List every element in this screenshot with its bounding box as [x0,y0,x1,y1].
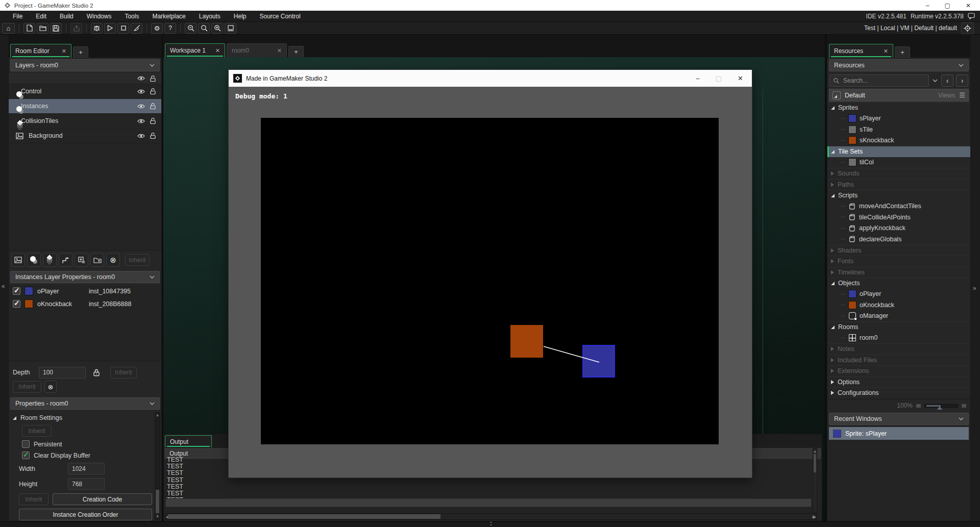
save-project-icon[interactable] [50,23,62,34]
collapsed-icon[interactable] [831,270,834,274]
tree-item-declareglobals[interactable]: declareGlobals [827,234,970,245]
expanded-icon[interactable] [831,325,835,329]
eye-icon[interactable] [137,76,145,81]
tree-item-configurations[interactable]: Configurations [827,387,970,398]
search-box[interactable] [829,74,929,87]
collapsed-icon[interactable] [831,358,834,362]
resources-dropdown[interactable]: Resources [829,59,969,71]
collapsed-icon[interactable] [831,391,834,395]
depth-input[interactable] [39,367,86,379]
tree-item-objects[interactable]: Objects [827,278,970,289]
instance-creation-order-button[interactable]: Instance Creation Order [19,509,152,520]
views-menu-icon[interactable]: ☰ [959,91,965,99]
instance-row-oplayer[interactable]: oPlayerinst_10847395 [9,285,161,297]
instances-layer-properties-header[interactable]: Instances Layer Properties - room0 [10,271,160,283]
room-inherit-button[interactable]: Inherit [22,425,52,437]
creation-inherit-button[interactable]: Inherit [19,493,48,505]
run-icon[interactable] [104,23,116,34]
tree-item-tilecollideatpoints[interactable]: tileCollideAtPoints [827,212,970,223]
tab-room-editor[interactable]: Room Editor ✕ [10,44,71,58]
tree-item-stile[interactable]: sTile [827,124,970,135]
settings-gear-icon[interactable]: ⚙ [151,23,163,34]
search-next-icon[interactable]: › [956,74,968,87]
menu-build[interactable]: Build [53,12,80,21]
feedback-bubble-icon[interactable] [968,13,975,19]
room-height-input[interactable] [68,478,105,490]
search-input[interactable] [842,77,925,85]
lock-icon[interactable] [150,75,156,82]
layers-dropdown[interactable]: Layers - room0 [10,59,160,71]
add-image-layer-icon[interactable] [11,253,25,267]
tree-item-rooms[interactable]: Rooms [827,321,970,333]
tree-item-sprites[interactable]: Sprites [827,102,970,113]
layer-row-background[interactable]: Background [9,129,161,143]
clear-icon[interactable]: ⊗ [44,381,57,393]
menu-help[interactable]: Help [227,12,253,21]
expanded-icon[interactable] [831,282,835,285]
collapsed-icon[interactable] [831,369,834,373]
collapsed-icon[interactable] [831,259,834,263]
close-tab-icon[interactable]: ✕ [62,48,66,55]
add-tab-button[interactable]: + [73,46,88,58]
add-workspace-button[interactable]: + [288,46,304,57]
properties-scrollbar[interactable]: ▲▼ [155,412,160,520]
eye-icon[interactable] [137,89,145,94]
collapsed-icon[interactable] [831,171,834,175]
create-executable-icon[interactable] [70,23,82,34]
expanded-icon[interactable] [831,194,835,197]
add-path-layer-icon[interactable] [59,253,72,267]
resource-collection-header[interactable]: Default Views ☰ [829,89,969,102]
eye-icon[interactable] [137,104,145,109]
tree-item-room0[interactable]: room0 [827,333,970,344]
tab-resources[interactable]: Resources ✕ [829,44,893,58]
clear-display-buffer-checkbox[interactable] [22,451,30,459]
output-horizontal-scrollbar[interactable]: ◀▶ [165,513,817,520]
close-icon[interactable]: ✕ [966,2,971,9]
close-tab-icon[interactable]: ✕ [215,47,220,54]
menu-tools[interactable]: Tools [118,12,145,21]
maximize-icon[interactable]: ▢ [945,2,950,9]
add-instance-layer-icon[interactable] [27,253,41,267]
laptop-layout-icon[interactable] [225,23,236,34]
layer-row-instances[interactable]: Instances [9,99,161,114]
menu-layouts[interactable]: Layouts [192,12,227,21]
tree-item-extensions[interactable]: Extensions [827,365,970,377]
tab-output[interactable]: Output [165,435,212,447]
debug-icon[interactable] [91,23,103,34]
recent-windows-header[interactable]: Recent Windows [829,413,969,425]
collapsed-icon[interactable] [831,183,834,187]
tree-item-oplayer[interactable]: oPlayer [827,289,970,300]
recent-window-item[interactable]: Sprite: sPlayer [829,427,969,440]
menu-edit[interactable]: Edit [29,12,53,21]
tree-item-tilcol[interactable]: tilCol [827,157,970,168]
inherit-button[interactable]: Inherit [13,381,41,393]
maximize-icon[interactable]: ▢ [716,74,722,82]
close-tab-icon[interactable]: ✕ [884,48,888,55]
instance-row-oknockback[interactable]: oKnockbackinst_208B6888 [9,297,161,310]
tree-item-shaders[interactable]: Shaders [827,245,970,256]
menu-marketplace[interactable]: Marketplace [145,12,192,21]
help-icon[interactable]: ? [164,23,176,34]
menu-file[interactable]: File [6,12,29,21]
instance-visible-checkbox[interactable] [13,287,20,295]
tree-item-sknockback[interactable]: sKnockback [827,135,970,146]
tree-item-splayer[interactable]: sPlayer [827,113,970,124]
collapse-all-icon[interactable] [832,91,841,99]
creation-code-button[interactable]: Creation Code [53,493,152,505]
lock-icon[interactable] [150,103,156,110]
instance-visible-checkbox[interactable] [13,300,20,308]
depth-inherit-button[interactable]: Inherit [110,367,137,379]
output-command-row[interactable] [165,498,812,507]
stop-icon[interactable] [117,23,129,34]
home-icon[interactable]: ⌂ [2,23,15,34]
tree-item-moveandcontacttiles[interactable]: moveAndContactTiles [827,201,970,212]
tree-item-included-files[interactable]: Included Files [827,355,970,366]
tab-room0[interactable]: room0✕ [227,43,287,57]
clean-icon[interactable] [131,23,142,34]
menu-windows[interactable]: Windows [80,12,118,21]
tree-item-sounds[interactable]: Sounds [827,168,970,179]
tree-item-tile-sets[interactable]: Tile Sets [827,146,970,157]
tree-item-scripts[interactable]: Scripts [827,190,970,201]
collapsed-icon[interactable] [831,347,834,351]
persistent-checkbox[interactable] [22,440,30,448]
